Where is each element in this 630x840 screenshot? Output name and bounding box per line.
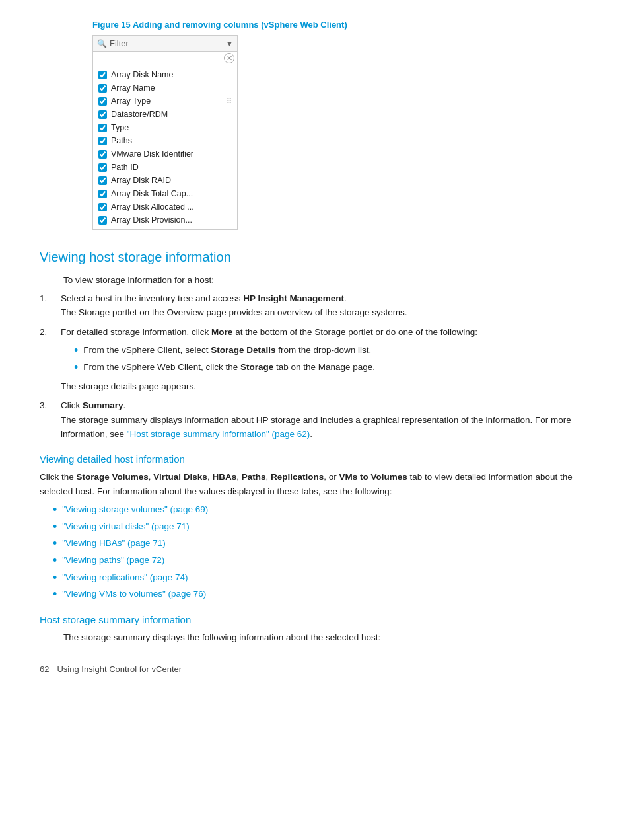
section3-heading: Host storage summary information [40, 614, 590, 625]
filter-checkbox-3[interactable] [98, 110, 107, 119]
footer-text: Using Insight Control for vCenter [57, 664, 182, 674]
step-3-text-before: Click [61, 401, 83, 410]
filter-checkbox-9[interactable] [98, 190, 107, 198]
bullet-icon-1: • [74, 344, 78, 358]
filter-item: Array Name [93, 81, 237, 95]
filter-checkbox-6[interactable] [98, 150, 107, 159]
step-3-num: 3. [40, 399, 53, 441]
filter-checkbox-11[interactable] [98, 216, 107, 225]
step-3-text-after: . [123, 401, 126, 410]
bullet-icon-2: • [74, 361, 78, 375]
link-replications[interactable]: "Viewing replications" (page 74) [62, 570, 188, 585]
filter-checkbox-8[interactable] [98, 176, 107, 185]
bullet-icon-6: • [53, 554, 57, 568]
filter-item-label: Path ID [111, 163, 139, 172]
filter-checkbox-2[interactable] [98, 97, 107, 106]
filter-items-list: Array Disk NameArray NameArray Type⠿Data… [93, 65, 237, 229]
filter-item: Paths [93, 134, 237, 147]
filter-placeholder: Filter [110, 38, 129, 48]
bold-virtual-disks: Virtual Disks [153, 472, 207, 482]
step-1-text-after: . [344, 293, 347, 303]
link-vms-to-volumes[interactable]: "Viewing VMs to volumes" (page 76) [62, 587, 206, 601]
filter-checkbox-10[interactable] [98, 203, 107, 211]
bullet-icon-7: • [53, 571, 57, 586]
filter-item-label: Type [111, 123, 129, 132]
filter-dropdown-icon[interactable]: ▼ [226, 40, 233, 48]
filter-close-button[interactable]: ✕ [224, 53, 234, 63]
step-1-content: Select a host in the inventory tree and … [61, 291, 590, 320]
filter-item: Array Disk Name [93, 68, 237, 81]
bullet-icon-3: • [53, 503, 57, 517]
resize-handle-icon: ⠿ [227, 97, 232, 106]
section2-intro: Click the Storage Volumes, Virtual Disks… [40, 470, 590, 498]
section1-intro: To view storage information for a host: [63, 273, 590, 287]
step-1-text-before: Select a host in the inventory tree and … [61, 293, 243, 303]
filter-item-label: Array Disk Name [111, 70, 173, 79]
filter-item: Array Type⠿ [93, 95, 237, 108]
filter-checkbox-5[interactable] [98, 137, 107, 145]
link-virtual-disks[interactable]: "Viewing virtual disks" (page 71) [62, 519, 189, 534]
section2-link-item-6: • "Viewing VMs to volumes" (page 76) [53, 587, 590, 602]
step-2-bold: More [211, 327, 232, 337]
step-3: 3. Click Summary. The storage summary di… [40, 399, 590, 441]
filter-header: 🔍 Filter ▼ [93, 36, 237, 52]
section2-link-item-5: • "Viewing replications" (page 74) [53, 570, 590, 586]
steps-list: 1. Select a host in the inventory tree a… [40, 291, 590, 441]
section3-text: The storage summary displays the followi… [63, 630, 590, 645]
bold-vms-to-volumes: VMs to Volumes [339, 472, 407, 482]
bullet-icon-4: • [53, 520, 57, 535]
page-footer: 62 Using Insight Control for vCenter [40, 664, 590, 674]
step-2-text-after: at the bottom of the Storage portlet or … [232, 327, 477, 337]
filter-panel: 🔍 Filter ▼ ✕ Array Disk NameArray NameAr… [92, 35, 238, 230]
step-1-note: The Storage portlet on the Overview page… [61, 307, 407, 317]
filter-search: 🔍 Filter [97, 38, 129, 48]
bold-paths: Paths [242, 472, 266, 482]
link-storage-volumes[interactable]: "Viewing storage volumes" (page 69) [62, 502, 208, 517]
link-hbas[interactable]: "Viewing HBAs" (page 71) [62, 536, 165, 551]
filter-item: Array Disk Allocated ... [93, 200, 237, 213]
filter-item-label: Array Type [111, 96, 151, 106]
filter-checkbox-0[interactable] [98, 71, 107, 79]
filter-item: Path ID [93, 161, 237, 174]
step-2-bullets: • From the vSphere Client, select Storag… [74, 343, 590, 375]
bold-replications: Replications [271, 472, 324, 482]
filter-item-label: Datastore/RDM [111, 110, 168, 119]
filter-item-label: Paths [111, 136, 132, 145]
filter-item-label: Array Disk Allocated ... [111, 202, 194, 211]
filter-item: VMware Disk Identifier [93, 147, 237, 161]
step-2: 2. For detailed storage information, cli… [40, 325, 590, 393]
section1-heading: Viewing host storage information [40, 250, 590, 265]
search-icon: 🔍 [97, 39, 107, 48]
filter-item-label: Array Disk Total Cap... [111, 189, 193, 198]
filter-item-label: Array Disk RAID [111, 176, 171, 185]
bullet-icon-5: • [53, 537, 57, 551]
step-2-bullet-1-text: From the vSphere Client, select Storage … [83, 343, 371, 358]
filter-checkbox-4[interactable] [98, 124, 107, 132]
step-2-bullet-2-text: From the vSphere Web Client, click the S… [83, 360, 375, 375]
step-2-bullet-1: • From the vSphere Client, select Storag… [74, 343, 590, 358]
step-1-num: 1. [40, 291, 53, 320]
step-2-num: 2. [40, 325, 53, 393]
section2-heading: Viewing detailed host information [40, 453, 590, 465]
filter-item: Type [93, 121, 237, 134]
filter-divider-row: ✕ [93, 52, 237, 65]
filter-checkbox-1[interactable] [98, 84, 107, 93]
filter-checkbox-7[interactable] [98, 163, 107, 172]
step-3-bold: Summary [83, 401, 123, 410]
step-1: 1. Select a host in the inventory tree a… [40, 291, 590, 320]
step-2-bullet-2: • From the vSphere Web Client, click the… [74, 360, 590, 375]
step-3-link[interactable]: "Host storage summary information" (page… [127, 429, 310, 439]
bullet-icon-8: • [53, 588, 57, 602]
section2-links-list: • "Viewing storage volumes" (page 69) • … [53, 502, 590, 602]
step-3-content: Click Summary. The storage summary displ… [61, 399, 590, 441]
link-paths[interactable]: "Viewing paths" (page 72) [62, 553, 164, 568]
section2-link-item-1: • "Viewing storage volumes" (page 69) [53, 502, 590, 517]
filter-item: Array Disk RAID [93, 174, 237, 187]
filter-item-label: VMware Disk Identifier [111, 149, 193, 159]
bold-hbas: HBAs [212, 472, 236, 482]
step-2-content: For detailed storage information, click … [61, 325, 590, 393]
step-1-bold: HP Insight Management [243, 293, 344, 303]
page-number: 62 [40, 664, 49, 674]
step-2-after-bullets: The storage details page appears. [61, 381, 196, 391]
section2-link-item-3: • "Viewing HBAs" (page 71) [53, 536, 590, 551]
